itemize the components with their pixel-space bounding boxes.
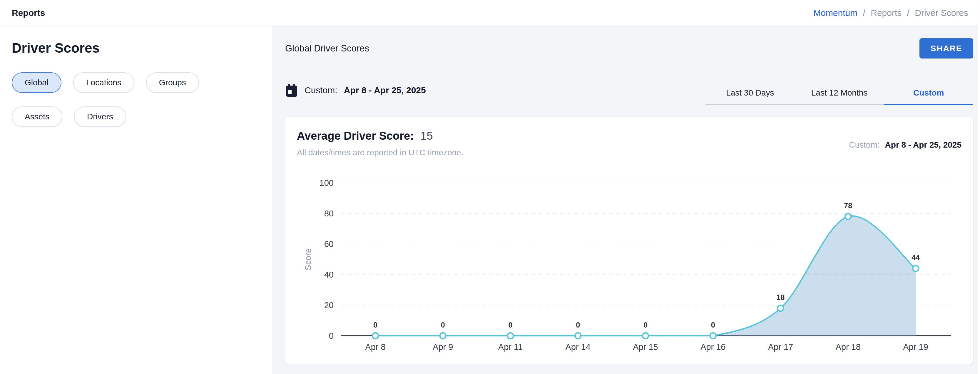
point-value-label: 0 xyxy=(576,321,580,329)
data-point-apr-18[interactable] xyxy=(845,213,851,220)
x-tick-label: Apr 15 xyxy=(633,342,658,352)
report-title: Driver Scores xyxy=(12,40,260,56)
scrollbar-track[interactable] xyxy=(978,0,980,374)
point-value-label: 78 xyxy=(844,201,852,210)
filter-pill-global[interactable]: Global xyxy=(12,72,61,93)
data-point-apr-8[interactable] xyxy=(372,333,378,339)
date-range-prefix: Custom: xyxy=(304,85,337,95)
sidebar: Driver Scores GlobalLocationsGroupsAsset… xyxy=(0,26,272,374)
main-panel: Global Driver Scores SHARE Custom: Apr 8… xyxy=(272,26,980,374)
tab-last-30-days[interactable]: Last 30 Days xyxy=(705,88,795,105)
y-tick-label: 100 xyxy=(320,178,334,188)
breadcrumb-separator: / xyxy=(863,8,865,18)
y-tick-label: 40 xyxy=(324,270,334,279)
section-title: Global Driver Scores xyxy=(285,43,369,54)
calendar-icon xyxy=(285,83,298,97)
series-area-fill xyxy=(375,216,916,336)
share-button[interactable]: SHARE xyxy=(920,38,973,59)
data-point-apr-14[interactable] xyxy=(575,333,581,339)
y-tick-label: 20 xyxy=(324,301,334,310)
point-value-label: 44 xyxy=(912,253,920,262)
data-point-apr-15[interactable] xyxy=(643,333,648,339)
breadcrumb-item-driver-scores: Driver Scores xyxy=(915,8,968,18)
data-point-apr-19[interactable] xyxy=(913,266,919,271)
date-range-selector[interactable]: Custom: Apr 8 - Apr 25, 2025 xyxy=(285,83,426,97)
y-tick-label: 0 xyxy=(329,331,334,341)
x-tick-label: Apr 17 xyxy=(768,342,793,352)
x-tick-label: Apr 11 xyxy=(498,342,523,352)
scope-filter-pills: GlobalLocationsGroupsAssetsDrivers xyxy=(12,72,260,127)
x-tick-label: Apr 19 xyxy=(903,342,928,352)
point-value-label: 0 xyxy=(509,321,512,329)
driver-score-chart: 020406080100Score0Apr 80Apr 90Apr 110Apr… xyxy=(285,117,971,364)
x-tick-label: Apr 8 xyxy=(365,342,385,352)
breadcrumb-item-reports: Reports xyxy=(871,8,902,18)
date-range-value: Apr 8 - Apr 25, 2025 xyxy=(344,85,426,95)
breadcrumb-link-momentum[interactable]: Momentum xyxy=(813,8,858,18)
point-value-label: 18 xyxy=(776,293,785,301)
data-point-apr-17[interactable] xyxy=(778,305,784,311)
y-axis-label: Score xyxy=(303,248,313,271)
point-value-label: 0 xyxy=(373,321,377,329)
point-value-label: 0 xyxy=(643,321,648,329)
x-tick-label: Apr 9 xyxy=(433,342,453,352)
breadcrumb: Momentum / Reports / Driver Scores xyxy=(813,8,968,18)
filter-pill-drivers[interactable]: Drivers xyxy=(74,107,126,127)
tab-last-12-months[interactable]: Last 12 Months xyxy=(795,88,884,105)
main-header: Global Driver Scores SHARE xyxy=(285,26,973,59)
y-tick-label: 80 xyxy=(324,209,334,218)
breadcrumb-separator: / xyxy=(907,8,910,18)
data-point-apr-16[interactable] xyxy=(710,333,716,339)
topbar: Reports Momentum / Reports / Driver Scor… xyxy=(0,0,980,26)
app-page-title: Reports xyxy=(12,8,45,18)
filter-pill-assets[interactable]: Assets xyxy=(12,107,62,127)
point-value-label: 0 xyxy=(711,321,715,329)
x-tick-label: Apr 18 xyxy=(836,342,861,352)
range-tabs: Last 30 DaysLast 12 MonthsCustom xyxy=(705,88,973,105)
filter-pill-groups[interactable]: Groups xyxy=(146,72,199,93)
y-tick-label: 60 xyxy=(324,239,334,249)
point-value-label: 0 xyxy=(441,321,445,329)
data-point-apr-9[interactable] xyxy=(440,333,446,339)
filter-pill-locations[interactable]: Locations xyxy=(73,72,134,93)
content-layout: Driver Scores GlobalLocationsGroupsAsset… xyxy=(0,26,980,374)
tab-custom[interactable]: Custom xyxy=(884,88,973,105)
x-tick-label: Apr 14 xyxy=(566,342,590,352)
chart-card: Average Driver Score: 15 All dates/times… xyxy=(285,117,973,364)
controls-row: Custom: Apr 8 - Apr 25, 2025 Last 30 Day… xyxy=(285,83,973,105)
x-tick-label: Apr 16 xyxy=(700,342,725,352)
data-point-apr-11[interactable] xyxy=(508,333,514,339)
